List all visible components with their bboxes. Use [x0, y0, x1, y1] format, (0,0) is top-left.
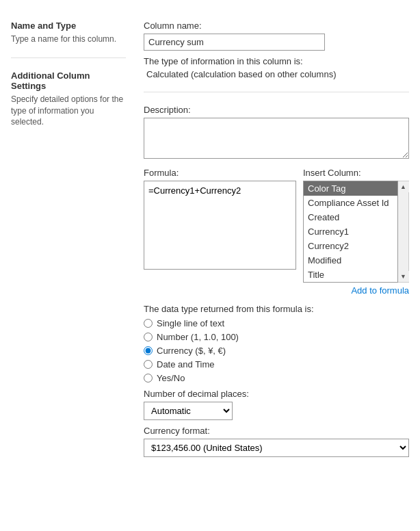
radio-item-datetime[interactable]: Date and Time — [144, 359, 409, 370]
decimal-select[interactable]: Automatic012345 — [144, 402, 233, 420]
radio-label-currency: Currency ($, ¥, €) — [157, 346, 226, 356]
scroll-track: ▲ ▼ — [398, 181, 409, 283]
list-item[interactable]: Modified — [304, 253, 397, 268]
currency-format-wrapper: Currency format: $123,456.00 (United Sta… — [144, 426, 409, 457]
radio-input-text[interactable] — [144, 319, 153, 328]
formula-label: Formula: — [144, 168, 296, 178]
type-info-value: Calculated (calculation based on other c… — [146, 69, 409, 79]
column-name-label: Column name: — [144, 21, 409, 31]
column-name-input[interactable] — [144, 34, 325, 51]
radio-label-number: Number (1, 1.0, 100) — [157, 332, 239, 342]
list-item[interactable]: Compliance Asset Id — [304, 196, 397, 210]
formula-insert-row: Formula: =Currency1+Currency2 Insert Col… — [144, 168, 409, 296]
data-type-radio-group: Single line of textNumber (1, 1.0, 100)C… — [144, 318, 409, 383]
radio-item-text[interactable]: Single line of text — [144, 318, 409, 328]
section2-title: Additional Column Settings — [11, 70, 126, 91]
insert-col: Insert Column: Color TagCompliance Asset… — [303, 168, 409, 296]
insert-listbox: Color TagCompliance Asset IdCreatedCurre… — [303, 181, 398, 283]
radio-input-number[interactable] — [144, 333, 153, 341]
list-item[interactable]: Currency1 — [304, 224, 397, 239]
add-to-formula-row: Add to formula — [303, 285, 409, 296]
section1-title: Name and Type — [11, 21, 126, 31]
section2-desc: Specify detailed options for the type of… — [11, 94, 126, 128]
description-textarea[interactable] — [144, 118, 409, 159]
list-item[interactable]: Currency2 — [304, 239, 397, 253]
formula-textarea[interactable]: =Currency1+Currency2 — [144, 181, 296, 270]
radio-label-yesno: Yes/No — [157, 373, 185, 383]
currency-format-select[interactable]: $123,456.00 (United States)€123,456.00 (… — [144, 439, 409, 457]
add-to-formula-link[interactable]: Add to formula — [351, 285, 409, 296]
data-type-section: The data type returned from this formula… — [144, 304, 409, 383]
currency-format-label: Currency format: — [144, 426, 409, 436]
scroll-up-arrow[interactable]: ▲ — [398, 181, 409, 192]
data-type-label: The data type returned from this formula… — [144, 304, 409, 314]
radio-item-number[interactable]: Number (1, 1.0, 100) — [144, 332, 409, 342]
right-panel: Column name: The type of information in … — [137, 14, 420, 464]
radio-item-currency[interactable]: Currency ($, ¥, €) — [144, 346, 409, 356]
radio-input-yesno[interactable] — [144, 374, 153, 383]
radio-item-yesno[interactable]: Yes/No — [144, 373, 409, 383]
radio-label-text: Single line of text — [157, 318, 224, 328]
list-item[interactable]: Color Tag — [304, 181, 397, 196]
radio-label-datetime: Date and Time — [157, 359, 215, 370]
radio-input-currency[interactable] — [144, 346, 153, 355]
decimal-label: Number of decimal places: — [144, 389, 409, 399]
list-item[interactable]: Title — [304, 268, 397, 282]
divider2 — [144, 92, 409, 92]
decimal-wrapper: Number of decimal places: Automatic01234… — [144, 389, 409, 420]
formula-col: Formula: =Currency1+Currency2 — [144, 168, 296, 296]
radio-input-datetime[interactable] — [144, 360, 153, 369]
scroll-down-arrow[interactable]: ▼ — [398, 271, 409, 282]
list-item[interactable]: Created — [304, 210, 397, 224]
type-info-prefix: The type of information in this column i… — [144, 56, 409, 66]
description-label: Description: — [144, 105, 409, 115]
left-panel: Name and Type Type a name for this colum… — [0, 14, 137, 464]
insert-listbox-wrapper: Color TagCompliance Asset IdCreatedCurre… — [303, 181, 409, 283]
page-layout: Name and Type Type a name for this colum… — [0, 14, 420, 464]
divider1 — [11, 57, 126, 58]
section1-desc: Type a name for this column. — [11, 34, 126, 45]
insert-column-label: Insert Column: — [303, 168, 409, 178]
